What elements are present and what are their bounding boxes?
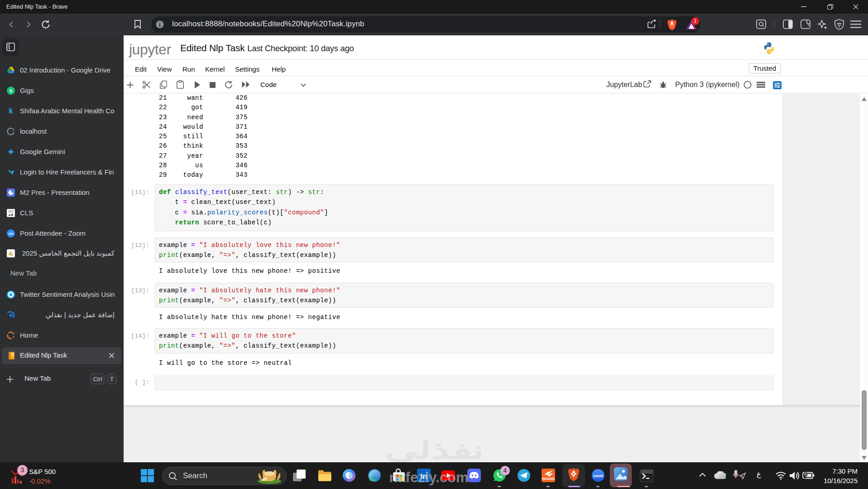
svg-text:zoom: zoom bbox=[593, 474, 604, 478]
svg-text:zm: zm bbox=[8, 232, 13, 236]
svg-text:&: & bbox=[9, 251, 14, 257]
svg-text:READER: READER bbox=[542, 477, 555, 480]
svg-text:fi: fi bbox=[10, 88, 12, 93]
svg-text:k: k bbox=[9, 107, 13, 115]
